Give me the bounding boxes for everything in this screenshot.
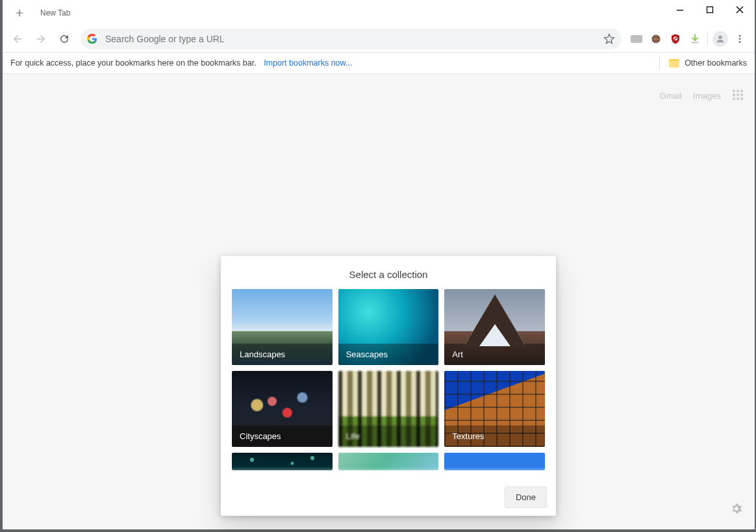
generic-ext-icon: [631, 35, 642, 43]
window-controls: [665, 0, 755, 19]
shield-icon: [670, 33, 681, 45]
svg-point-8: [739, 35, 741, 37]
bookmarks-separator: [659, 57, 660, 70]
extension-download-icon[interactable]: [685, 29, 705, 49]
gear-icon: [730, 502, 743, 515]
extension-ublock-icon[interactable]: [666, 29, 685, 49]
collection-tile-label: Landscapes: [232, 344, 333, 365]
tab-title: New Tab: [40, 8, 70, 18]
new-tab-button[interactable]: [10, 4, 29, 22]
import-bookmarks-link[interactable]: Import bookmarks now...: [264, 58, 352, 68]
omnibox[interactable]: [81, 29, 622, 49]
collection-tile-seascapes[interactable]: Seascapes: [338, 289, 439, 365]
bookmark-star-icon[interactable]: [603, 33, 615, 45]
svg-point-10: [739, 41, 741, 43]
select-collection-dialog: Select a collection LandscapesSeascapesA…: [221, 256, 556, 516]
plus-icon: [15, 8, 24, 18]
ntp-header-links: Gmail Images: [659, 90, 744, 101]
dialog-footer: Done: [221, 479, 556, 516]
customize-button[interactable]: [730, 502, 743, 515]
other-bookmarks-button[interactable]: Other bookmarks: [685, 58, 747, 68]
reload-icon: [58, 33, 70, 45]
extension-icon-1[interactable]: [627, 29, 646, 49]
collection-tile-extra-0[interactable]: [232, 453, 333, 470]
collection-tile-label: Life: [338, 425, 439, 447]
collection-tile-label: Cityscapes: [232, 425, 333, 447]
collection-tile-life[interactable]: Life: [338, 371, 439, 447]
collection-tile-label: Textures: [444, 425, 545, 447]
gmail-link[interactable]: Gmail: [659, 91, 681, 101]
svg-rect-1: [707, 7, 713, 13]
minimize-icon: [676, 6, 684, 14]
arrow-left-icon: [12, 33, 23, 45]
svg-point-9: [739, 38, 741, 40]
maximize-icon: [706, 6, 714, 14]
omnibox-input[interactable]: [104, 33, 597, 45]
google-apps-button[interactable]: [733, 90, 744, 101]
arrow-right-icon: [35, 33, 47, 45]
window-minimize[interactable]: [665, 0, 695, 19]
collection-tile-art[interactable]: Art: [444, 289, 545, 365]
new-tab-page: Gmail Images Select a collection Landsca…: [3, 74, 755, 529]
collection-tile-landscapes[interactable]: Landscapes: [232, 289, 333, 365]
extension-icon-2[interactable]: [646, 29, 666, 49]
done-button[interactable]: Done: [505, 487, 547, 508]
browser-tab[interactable]: New Tab: [31, 2, 82, 24]
bookmarks-bar: For quick access, place your bookmarks h…: [3, 53, 755, 74]
dialog-title: Select a collection: [221, 256, 556, 289]
svg-point-7: [718, 36, 722, 39]
nav-reload-button[interactable]: [53, 28, 75, 50]
collection-tile-label: Art: [444, 344, 545, 365]
toolbar-separator: [707, 32, 708, 45]
folder-icon: [669, 59, 679, 68]
nav-back-button[interactable]: [6, 28, 29, 50]
profile-avatar[interactable]: [711, 29, 730, 49]
globe-ext-icon: [650, 33, 662, 45]
avatar-icon: [712, 31, 728, 47]
google-g-icon: [87, 34, 97, 44]
collection-tile-extra-2[interactable]: [444, 453, 545, 470]
window-close[interactable]: [725, 0, 755, 19]
collection-tile-cityscapes[interactable]: Cityscapes: [232, 371, 333, 447]
svg-rect-6: [692, 42, 699, 44]
browser-window: New Tab: [3, 0, 755, 529]
tab-strip: New Tab: [3, 0, 755, 26]
collection-tile-extra-1[interactable]: [338, 453, 439, 470]
extension-icons: [627, 29, 751, 49]
collection-tile-label: Seascapes: [338, 344, 439, 365]
dialog-body[interactable]: LandscapesSeascapesArtCityscapesLifeText…: [221, 289, 556, 479]
collection-tile-textures[interactable]: Textures: [444, 371, 545, 447]
close-icon: [736, 6, 744, 14]
window-maximize[interactable]: [695, 0, 725, 19]
nav-forward-button[interactable]: [30, 28, 52, 50]
images-link[interactable]: Images: [693, 91, 721, 101]
collection-grid: LandscapesSeascapesArtCityscapesLifeText…: [232, 289, 545, 470]
download-arrow-icon: [689, 33, 701, 45]
bookmarks-hint: For quick access, place your bookmarks h…: [10, 58, 257, 68]
kebab-menu-icon: [735, 34, 745, 44]
toolbar: [3, 26, 755, 53]
chrome-menu-button[interactable]: [730, 29, 750, 49]
svg-rect-0: [677, 10, 683, 10]
